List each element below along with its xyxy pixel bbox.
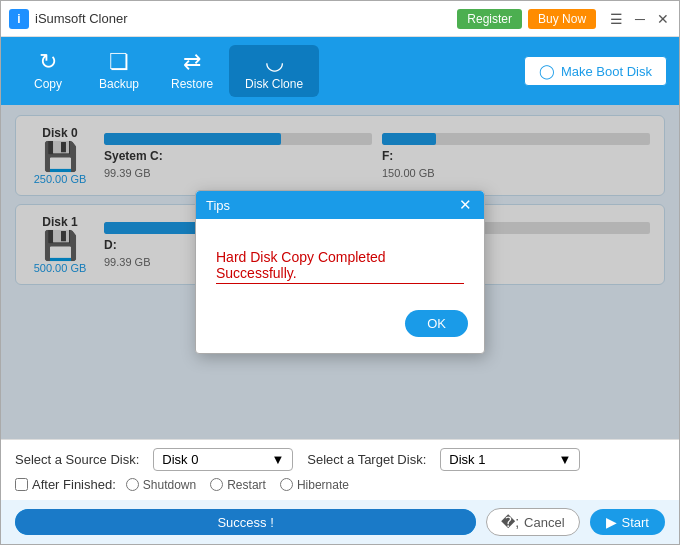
target-disk-label: Select a Target Disk: xyxy=(307,452,426,467)
radio-restart-label: Restart xyxy=(227,478,266,492)
after-finished-check[interactable] xyxy=(15,478,28,491)
modal-header: Tips ✕ xyxy=(196,191,484,219)
buynow-button[interactable]: Buy Now xyxy=(528,9,596,29)
toolbar: ↻ Copy ❏ Backup ⇄ Restore ◡ Disk Clone ◯… xyxy=(1,37,679,105)
modal-message: Hard Disk Copy Completed Successfully. xyxy=(216,249,464,284)
cancel-button[interactable]: �; Cancel xyxy=(486,508,579,536)
bottom-controls: Select a Source Disk: Disk 0 ▼ Select a … xyxy=(1,439,679,500)
target-disk-value: Disk 1 xyxy=(449,452,485,467)
radio-shutdown-label: Shutdown xyxy=(143,478,196,492)
cancel-label: Cancel xyxy=(524,515,564,530)
toolbar-copy[interactable]: ↻ Copy xyxy=(13,45,83,97)
target-disk-chevron: ▼ xyxy=(558,452,571,467)
title-bar-left: i iSumsoft Cloner xyxy=(9,9,127,29)
radio-hibernate-label: Hibernate xyxy=(297,478,349,492)
target-disk-select[interactable]: Disk 1 ▼ xyxy=(440,448,580,471)
backup-icon: ❏ xyxy=(109,51,129,73)
radio-shutdown[interactable]: Shutdown xyxy=(126,478,196,492)
copy-icon: ↻ xyxy=(39,51,57,73)
start-button[interactable]: ▶ Start xyxy=(590,509,665,535)
register-button[interactable]: Register xyxy=(457,9,522,29)
toolbar-diskclone-label: Disk Clone xyxy=(245,77,303,91)
toolbar-backup[interactable]: ❏ Backup xyxy=(83,45,155,97)
main-content: Disk 0 💾 250.00 GB Syetem C: 99.39 GB F: xyxy=(1,105,679,439)
radio-group: Shutdown Restart Hibernate xyxy=(126,478,349,492)
toolbar-restore-label: Restore xyxy=(171,77,213,91)
radio-hibernate[interactable]: Hibernate xyxy=(280,478,349,492)
title-bar-right: Register Buy Now ☰ ─ ✕ xyxy=(457,9,671,29)
progress-bar-wrap: Success ! xyxy=(15,509,476,535)
source-disk-value: Disk 0 xyxy=(162,452,198,467)
restore-icon: ⇄ xyxy=(183,51,201,73)
source-disk-select[interactable]: Disk 0 ▼ xyxy=(153,448,293,471)
source-disk-label: Select a Source Disk: xyxy=(15,452,139,467)
after-finished-checkbox[interactable]: After Finished: xyxy=(15,477,116,492)
cancel-icon: �; xyxy=(501,514,519,530)
modal-footer: OK xyxy=(196,300,484,353)
source-disk-chevron: ▼ xyxy=(271,452,284,467)
radio-restart[interactable]: Restart xyxy=(210,478,266,492)
window-controls: ☰ ─ ✕ xyxy=(608,11,671,27)
modal-box: Tips ✕ Hard Disk Copy Completed Successf… xyxy=(195,190,485,354)
source-target-row: Select a Source Disk: Disk 0 ▼ Select a … xyxy=(15,448,665,471)
minimize-button[interactable]: ─ xyxy=(633,11,647,27)
diskclone-icon: ◡ xyxy=(265,51,284,73)
start-icon: ▶ xyxy=(606,514,617,530)
close-button[interactable]: ✕ xyxy=(655,11,671,27)
makeboot-button[interactable]: ◯ Make Boot Disk xyxy=(524,56,667,86)
app-logo: i xyxy=(9,9,29,29)
modal-title: Tips xyxy=(206,198,230,213)
after-finished-row: After Finished: Shutdown Restart Hiberna… xyxy=(15,477,665,492)
start-label: Start xyxy=(622,515,649,530)
progress-text: Success ! xyxy=(217,515,273,530)
modal-close-button[interactable]: ✕ xyxy=(457,196,474,214)
toolbar-copy-label: Copy xyxy=(34,77,62,91)
progress-row: Success ! �; Cancel ▶ Start xyxy=(1,500,679,544)
makeboot-label: Make Boot Disk xyxy=(561,64,652,79)
modal-body: Hard Disk Copy Completed Successfully. xyxy=(196,219,484,300)
toolbar-backup-label: Backup xyxy=(99,77,139,91)
makeboot-icon: ◯ xyxy=(539,63,555,79)
after-finished-label: After Finished: xyxy=(32,477,116,492)
app-title: iSumsoft Cloner xyxy=(35,11,127,26)
menu-button[interactable]: ☰ xyxy=(608,11,625,27)
modal-overlay: Tips ✕ Hard Disk Copy Completed Successf… xyxy=(1,105,679,439)
title-bar: i iSumsoft Cloner Register Buy Now ☰ ─ ✕ xyxy=(1,1,679,37)
modal-ok-button[interactable]: OK xyxy=(405,310,468,337)
app-window: i iSumsoft Cloner Register Buy Now ☰ ─ ✕… xyxy=(0,0,680,545)
toolbar-restore[interactable]: ⇄ Restore xyxy=(155,45,229,97)
toolbar-diskclone[interactable]: ◡ Disk Clone xyxy=(229,45,319,97)
